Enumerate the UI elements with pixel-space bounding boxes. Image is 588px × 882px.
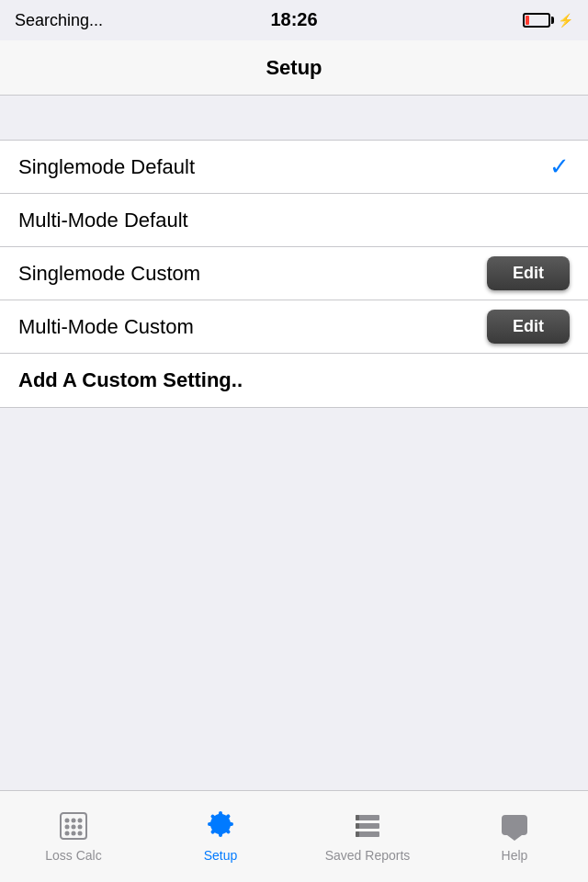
tab-bar: Loss Calc Setup Saved Reports bbox=[0, 790, 588, 882]
page-title: Setup bbox=[266, 56, 322, 80]
row-label-singlemode-custom: Singlemode Custom bbox=[18, 262, 200, 286]
signal-status: Searching... bbox=[15, 11, 103, 30]
table-row[interactable]: Multi-Mode Custom Edit bbox=[0, 300, 588, 354]
svg-marker-17 bbox=[507, 835, 522, 841]
loss-calc-icon bbox=[55, 808, 92, 844]
tab-help[interactable]: Help bbox=[441, 808, 588, 863]
battery-area: ⚡ bbox=[523, 13, 573, 28]
checkmark-icon: ✓ bbox=[549, 153, 570, 181]
status-time: 18:26 bbox=[270, 9, 317, 30]
svg-rect-13 bbox=[356, 815, 359, 820]
table-row[interactable]: Add A Custom Setting.. bbox=[0, 354, 588, 407]
section-spacer bbox=[0, 96, 588, 140]
tab-saved-reports[interactable]: Saved Reports bbox=[294, 808, 441, 863]
table-row[interactable]: Multi-Mode Default bbox=[0, 194, 588, 247]
svg-point-2 bbox=[72, 818, 76, 822]
tab-loss-calc[interactable]: Loss Calc bbox=[0, 808, 147, 863]
svg-rect-15 bbox=[356, 831, 359, 837]
tab-label-loss-calc: Loss Calc bbox=[45, 848, 101, 863]
table-row[interactable]: Singlemode Default ✓ bbox=[0, 141, 588, 194]
battery-icon bbox=[523, 13, 554, 28]
status-bar: Searching... 18:26 ⚡ bbox=[0, 0, 588, 40]
row-label-add-custom: Add A Custom Setting.. bbox=[18, 368, 243, 392]
saved-reports-icon bbox=[349, 808, 386, 844]
setup-icon bbox=[202, 808, 239, 844]
svg-rect-16 bbox=[502, 815, 527, 835]
svg-point-1 bbox=[65, 818, 70, 822]
tab-label-saved-reports: Saved Reports bbox=[325, 848, 411, 863]
svg-point-4 bbox=[65, 824, 70, 829]
row-label-singlemode-default: Singlemode Default bbox=[18, 155, 195, 179]
nav-bar: Setup bbox=[0, 40, 588, 96]
svg-point-3 bbox=[78, 818, 83, 822]
bottom-spacer bbox=[0, 408, 588, 636]
svg-point-9 bbox=[78, 831, 83, 835]
bolt-icon: ⚡ bbox=[558, 13, 573, 28]
settings-table: Singlemode Default ✓ Multi-Mode Default … bbox=[0, 140, 588, 408]
edit-singlemode-button[interactable]: Edit bbox=[487, 256, 570, 290]
svg-point-8 bbox=[72, 831, 76, 835]
tab-setup[interactable]: Setup bbox=[147, 808, 294, 863]
svg-point-5 bbox=[72, 824, 76, 829]
help-icon bbox=[496, 808, 533, 844]
row-label-multimode-custom: Multi-Mode Custom bbox=[18, 315, 194, 339]
svg-point-6 bbox=[78, 824, 83, 829]
tab-label-help: Help bbox=[502, 848, 528, 863]
table-row[interactable]: Singlemode Custom Edit bbox=[0, 247, 588, 300]
svg-point-7 bbox=[65, 831, 70, 835]
tab-label-setup: Setup bbox=[204, 848, 238, 863]
edit-multimode-button[interactable]: Edit bbox=[487, 310, 570, 344]
row-label-multimode-default: Multi-Mode Default bbox=[18, 209, 188, 232]
svg-rect-14 bbox=[356, 823, 359, 829]
